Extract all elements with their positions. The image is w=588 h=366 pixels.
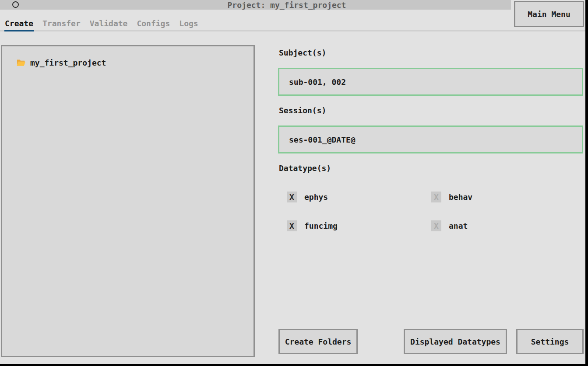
- displayed-datatypes-button-label: Displayed Datatypes: [410, 337, 500, 346]
- checkbox-unchecked-icon[interactable]: X: [431, 220, 441, 231]
- subject-input[interactable]: [278, 68, 583, 96]
- datatypes-label: Datatype(s): [279, 164, 331, 173]
- datatype-checkbox-funcimg[interactable]: X funcimg: [287, 220, 338, 231]
- datatype-checkbox-anat[interactable]: X anat: [431, 220, 468, 231]
- folder-icon: [17, 59, 25, 66]
- tree-item-label: my_first_project: [30, 58, 106, 67]
- project-tree-panel[interactable]: my_first_project: [1, 45, 255, 357]
- displayed-datatypes-button[interactable]: Displayed Datatypes: [404, 329, 507, 354]
- datatype-checkbox-behav[interactable]: X behav: [431, 192, 472, 202]
- tab-transfer[interactable]: Transfer: [42, 19, 81, 28]
- tab-underline: [0, 30, 585, 31]
- session-input[interactable]: [278, 125, 583, 153]
- datatype-option-label: behav: [449, 192, 472, 202]
- create-folders-button-label: Create Folders: [285, 337, 352, 346]
- tab-configs[interactable]: Configs: [137, 19, 170, 28]
- tree-item-project-root[interactable]: my_first_project: [17, 58, 106, 67]
- checkbox-unchecked-icon[interactable]: X: [431, 192, 441, 202]
- main-menu-button[interactable]: Main Menu: [514, 1, 584, 27]
- subject-label: Subject(s): [279, 48, 326, 57]
- active-tab-accent: [4, 30, 34, 31]
- tab-bar: Create Transfer Validate Configs Logs: [5, 19, 198, 28]
- create-folders-button[interactable]: Create Folders: [278, 329, 358, 354]
- datashuttle-app: Project: my_first_project Main Menu Crea…: [0, 0, 585, 364]
- tab-validate[interactable]: Validate: [90, 19, 128, 28]
- checkbox-checked-icon[interactable]: X: [287, 220, 297, 231]
- session-label: Session(s): [279, 106, 326, 115]
- datatype-checkbox-ephys[interactable]: X ephys: [287, 192, 328, 202]
- datatype-option-label: funcimg: [304, 221, 338, 230]
- tab-logs[interactable]: Logs: [179, 19, 198, 28]
- datatype-option-label: anat: [449, 221, 468, 230]
- window-title: Project: my_first_project: [0, 0, 574, 10]
- datatype-option-label: ephys: [304, 192, 328, 202]
- settings-button[interactable]: Settings: [516, 329, 584, 354]
- tab-create[interactable]: Create: [5, 19, 33, 28]
- main-menu-button-label: Main Menu: [528, 10, 570, 19]
- settings-button-label: Settings: [531, 337, 569, 346]
- checkbox-checked-icon[interactable]: X: [287, 192, 297, 202]
